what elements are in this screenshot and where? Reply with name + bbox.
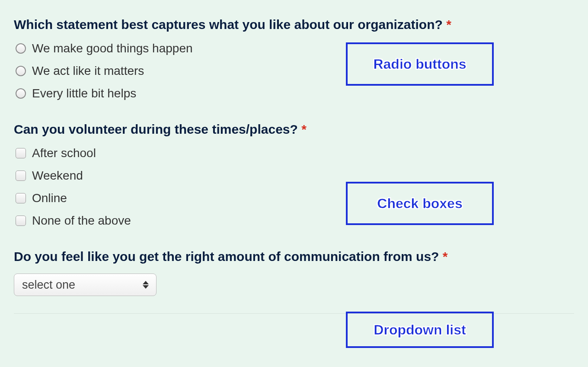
- select-wrap: select one: [14, 274, 157, 296]
- question-2-title-text: Can you volunteer during these times/pla…: [14, 122, 298, 136]
- checkbox-input[interactable]: [16, 216, 26, 226]
- callout-radio: Radio buttons: [346, 42, 494, 86]
- question-1-title-text: Which statement best captures what you l…: [14, 17, 443, 32]
- checkbox-label: None of the above: [32, 214, 131, 228]
- required-asterisk: *: [443, 249, 448, 264]
- radio-label: We act like it matters: [32, 64, 144, 78]
- question-3: Do you feel like you get the right amoun…: [14, 249, 574, 314]
- checkbox-label: Online: [32, 191, 67, 205]
- callout-checkbox: Check boxes: [346, 182, 494, 225]
- checkbox-label: Weekend: [32, 169, 83, 183]
- select-input[interactable]: select one: [14, 274, 157, 296]
- checkbox-input[interactable]: [16, 148, 26, 158]
- radio-input[interactable]: [16, 66, 26, 76]
- checkbox-option: After school: [16, 146, 574, 160]
- callout-checkbox-text: Check boxes: [377, 196, 462, 212]
- question-1-title: Which statement best captures what you l…: [14, 17, 574, 32]
- required-asterisk: *: [446, 17, 451, 32]
- question-3-title-text: Do you feel like you get the right amoun…: [14, 249, 439, 264]
- question-2-title: Can you volunteer during these times/pla…: [14, 122, 574, 137]
- checkbox-label: After school: [32, 146, 96, 160]
- radio-input[interactable]: [16, 43, 26, 54]
- radio-label: Every little bit helps: [32, 87, 136, 100]
- checkbox-option: Weekend: [16, 169, 574, 183]
- question-3-title: Do you feel like you get the right amoun…: [14, 249, 574, 264]
- callout-radio-text: Radio buttons: [373, 56, 466, 72]
- callout-dropdown: Dropdown list: [346, 312, 494, 348]
- checkbox-input[interactable]: [16, 193, 26, 203]
- radio-option: Every little bit helps: [16, 87, 574, 100]
- radio-input[interactable]: [16, 88, 26, 99]
- checkbox-input[interactable]: [16, 171, 26, 181]
- radio-label: We make good things happen: [32, 42, 193, 55]
- callout-dropdown-text: Dropdown list: [374, 322, 466, 338]
- required-asterisk: *: [301, 122, 307, 136]
